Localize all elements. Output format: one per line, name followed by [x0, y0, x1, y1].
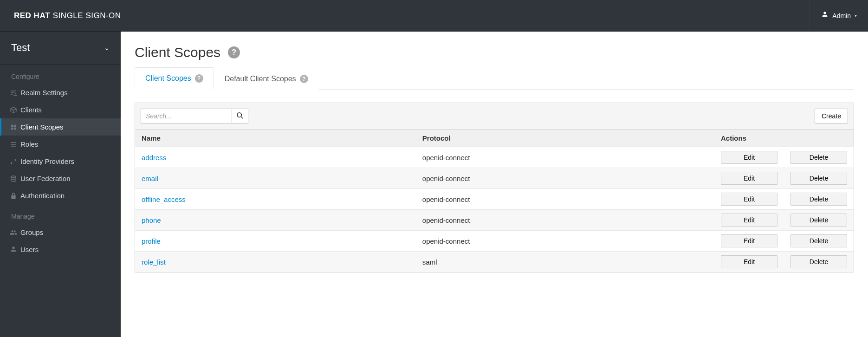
search-input[interactable]	[141, 109, 232, 123]
table-row: profileopenid-connectEditDelete	[135, 231, 854, 252]
chevron-down-icon: ⌄	[104, 44, 110, 52]
tab-label: Default Client Scopes	[225, 75, 296, 83]
search-button[interactable]	[232, 109, 248, 123]
sidebar-item-client-scopes[interactable]: Client Scopes	[0, 118, 121, 136]
sidebar-item-label: Users	[20, 246, 39, 253]
help-icon[interactable]: ?	[300, 75, 308, 83]
lock-icon	[9, 192, 18, 200]
client-scopes-table: Name Protocol Actions addressopenid-conn…	[135, 130, 854, 272]
tab-default-client-scopes[interactable]: Default Client Scopes ?	[214, 67, 319, 90]
tab-client-scopes[interactable]: Client Scopes ?	[135, 67, 214, 90]
sidebar-item-label: Realm Settings	[20, 89, 68, 97]
delete-button[interactable]: Delete	[790, 172, 847, 185]
edit-button[interactable]: Edit	[721, 193, 777, 206]
tab-label: Client Scopes	[145, 74, 191, 83]
col-actions-header: Actions	[714, 130, 854, 147]
edit-button[interactable]: Edit	[721, 255, 777, 268]
topbar: RED HAT SINGLE SIGN-ON Admin ▾	[0, 0, 868, 32]
brand-light: SINGLE SIGN-ON	[53, 11, 121, 20]
sidebar-item-identity-providers[interactable]: Identity Providers	[0, 153, 121, 170]
scope-link[interactable]: phone	[142, 216, 161, 224]
user-icon	[9, 246, 18, 253]
sliders-icon	[9, 89, 18, 97]
edit-button[interactable]: Edit	[721, 214, 777, 227]
sidebar-item-authentication[interactable]: Authentication	[0, 187, 121, 204]
brand-bold: RED HAT	[14, 11, 50, 20]
protocol-cell: openid-connect	[416, 189, 714, 210]
group-icon	[9, 229, 18, 236]
scope-link[interactable]: email	[142, 175, 158, 182]
user-menu[interactable]: Admin ▾	[810, 0, 868, 31]
main-content: Client Scopes ? Client Scopes ? Default …	[121, 32, 868, 337]
sidebar-item-label: User Federation	[20, 175, 71, 182]
page-title-row: Client Scopes ?	[135, 45, 854, 60]
scope-link[interactable]: role_list	[142, 258, 166, 266]
realm-selector[interactable]: Test ⌄	[0, 32, 121, 65]
sidebar-item-label: Clients	[20, 106, 42, 114]
database-icon	[9, 175, 18, 182]
edit-button[interactable]: Edit	[721, 151, 777, 164]
tabs: Client Scopes ? Default Client Scopes ?	[135, 67, 854, 90]
help-icon[interactable]: ?	[195, 74, 203, 83]
topbar-right: Admin ▾	[810, 0, 868, 31]
chevron-down-icon: ▾	[855, 13, 857, 18]
scope-link[interactable]: offline_access	[142, 195, 186, 203]
user-icon	[821, 11, 829, 20]
edit-button[interactable]: Edit	[721, 172, 777, 185]
sidebar-item-user-federation[interactable]: User Federation	[0, 170, 121, 187]
page-title: Client Scopes	[135, 45, 220, 60]
delete-button[interactable]: Delete	[790, 193, 847, 206]
realm-name: Test	[11, 42, 30, 54]
edit-button[interactable]: Edit	[721, 234, 777, 247]
protocol-cell: saml	[416, 252, 714, 272]
help-icon[interactable]: ?	[228, 46, 240, 58]
sidebar-item-label: Authentication	[20, 192, 65, 200]
table-row: addressopenid-connectEditDelete	[135, 147, 854, 168]
search-group	[141, 109, 248, 123]
section-manage-label: Manage	[0, 204, 121, 224]
table-row: phoneopenid-connectEditDelete	[135, 210, 854, 231]
delete-button[interactable]: Delete	[790, 255, 847, 268]
sidebar: Test ⌄ Configure Realm Settings Clients …	[0, 32, 121, 337]
sidebar-item-realm-settings[interactable]: Realm Settings	[0, 84, 121, 101]
create-button[interactable]: Create	[815, 109, 848, 123]
list-icon	[9, 141, 18, 148]
sidebar-item-groups[interactable]: Groups	[0, 224, 121, 241]
table-row: offline_accessopenid-connectEditDelete	[135, 189, 854, 210]
sidebar-item-roles[interactable]: Roles	[0, 136, 121, 153]
sidebar-item-label: Groups	[20, 228, 43, 236]
table-row: emailopenid-connectEditDelete	[135, 168, 854, 189]
col-name-header: Name	[135, 130, 416, 147]
scopes-icon	[9, 123, 18, 131]
table-toolbar: Create	[135, 103, 854, 130]
section-configure-label: Configure	[0, 65, 121, 84]
sidebar-item-label: Roles	[20, 140, 38, 148]
scope-link[interactable]: profile	[142, 237, 161, 245]
sidebar-item-label: Identity Providers	[20, 157, 74, 165]
col-protocol-header: Protocol	[416, 130, 714, 147]
protocol-cell: openid-connect	[416, 168, 714, 189]
table-panel: Create Name Protocol Actions addressopen…	[135, 103, 854, 272]
table-row: role_listsamlEditDelete	[135, 252, 854, 272]
sidebar-item-users[interactable]: Users	[0, 241, 121, 258]
sidebar-item-label: Client Scopes	[20, 123, 64, 131]
protocol-cell: openid-connect	[416, 231, 714, 252]
delete-button[interactable]: Delete	[790, 234, 847, 247]
protocol-cell: openid-connect	[416, 210, 714, 231]
cube-icon	[9, 106, 18, 114]
sidebar-item-clients[interactable]: Clients	[0, 101, 121, 118]
scope-link[interactable]: address	[142, 154, 166, 162]
user-name: Admin	[832, 12, 851, 19]
brand: RED HAT SINGLE SIGN-ON	[0, 11, 121, 20]
search-icon	[236, 112, 244, 121]
protocol-cell: openid-connect	[416, 147, 714, 168]
exchange-icon	[9, 158, 18, 165]
delete-button[interactable]: Delete	[790, 214, 847, 227]
delete-button[interactable]: Delete	[790, 151, 847, 164]
